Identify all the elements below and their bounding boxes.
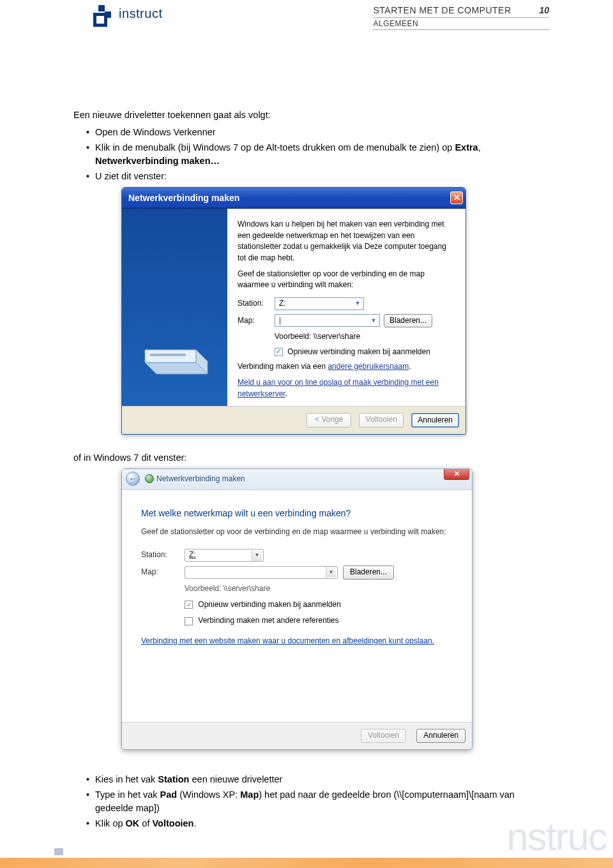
w7-reconnect-label: Opnieuw verbinding maken bij aanmelden xyxy=(198,600,340,609)
xp-via-text: Verbinding maken via een andere gebruike… xyxy=(238,361,455,372)
close-icon[interactable] xyxy=(444,468,469,480)
w7-web-link[interactable]: Verbinding met een website maken waar u … xyxy=(141,636,434,645)
xp-dialog-title: Netwerkverbinding maken xyxy=(128,191,239,204)
w7-heading: Met welke netwerkmap wilt u een verbindi… xyxy=(141,507,453,520)
back-icon[interactable]: ← xyxy=(126,472,140,486)
w7-cancel-button[interactable]: Annuleren xyxy=(416,729,465,742)
xp-desc-1: Windows kan u helpen bij het maken van e… xyxy=(238,219,455,264)
xp-finish-button: Voltooien xyxy=(359,413,404,428)
bullet-type-pad: Type in het vak Pad (Windows XP: Map) he… xyxy=(86,788,546,815)
xp-cancel-button[interactable]: Annuleren xyxy=(411,413,459,428)
chevron-down-icon: ▼ xyxy=(252,550,262,561)
xp-map-label: Map: xyxy=(238,315,275,326)
watermark-text: nstruc xyxy=(506,814,607,859)
w7-dialog-title: Netwerkverbinding maken xyxy=(156,474,245,484)
page-number: 10 xyxy=(539,5,549,15)
svg-rect-3 xyxy=(96,16,104,24)
watermark-square-icon xyxy=(54,848,63,855)
xp-sidebar xyxy=(122,209,227,406)
chevron-down-icon: ▼ xyxy=(369,315,378,326)
bullet-klik-ok: Klik op OK of Voltooien. xyxy=(86,817,546,830)
xp-browse-button[interactable]: Bladeren... xyxy=(384,314,432,327)
svg-rect-7 xyxy=(150,354,186,356)
mid-text: of in Windows 7 dit venster: xyxy=(73,451,546,465)
svg-rect-0 xyxy=(98,5,105,11)
logo: instruct xyxy=(89,4,116,33)
chevron-down-icon: ▼ xyxy=(353,299,362,309)
xp-reconnect-checkbox[interactable]: ✓ xyxy=(275,348,283,356)
w7-browse-button[interactable]: Bladeren... xyxy=(343,565,394,579)
w7-map-combo[interactable]: ▼ xyxy=(185,566,338,579)
logo-text: instruct xyxy=(119,6,162,21)
w7-othercreds-label: Verbinding maken met andere referenties xyxy=(198,616,338,625)
network-globe-icon xyxy=(145,474,154,483)
xp-reconnect-label: Opnieuw verbinding maken bij aanmelden xyxy=(287,347,430,356)
bullet-ziet-venster: U ziet dit venster: xyxy=(86,170,546,183)
w7-dialog: ← Netwerkverbinding maken Met welke netw… xyxy=(121,468,473,749)
w7-map-label: Map: xyxy=(141,567,185,578)
xp-signup-link[interactable]: Meld u aan voor on line opslag of maak v… xyxy=(238,378,439,398)
xp-dialog: Netwerkverbinding maken ✕ Windows xyxy=(121,187,466,435)
xp-drive-combo[interactable]: Z: ▼ xyxy=(275,297,364,310)
w7-drive-combo[interactable]: Z: ▼ xyxy=(185,549,264,562)
w7-example: Voorbeeld: \\server\share xyxy=(185,583,453,594)
chevron-down-icon: ▼ xyxy=(326,567,336,578)
bullet-kies-station: Kies in het vak Station een nieuwe drive… xyxy=(86,773,546,786)
bullet-open-verkenner: Open de Windows Verkenner xyxy=(86,126,546,139)
intro-text: Een nieuwe driveletter toekennen gaat al… xyxy=(73,108,546,122)
logo-mark-icon xyxy=(89,4,116,33)
doc-section-title: STARTEN MET DE COMPUTER xyxy=(373,5,511,15)
w7-reconnect-checkbox[interactable]: ✓ xyxy=(185,601,193,609)
bullet-klik-extra: Klik in de menubalk (bij Windows 7 op de… xyxy=(86,141,546,168)
xp-other-user-link[interactable]: andere gebruikersnaam xyxy=(328,362,409,371)
xp-example: Voorbeeld: \\server\share xyxy=(275,331,455,342)
drive-illustration-icon xyxy=(133,331,210,387)
xp-map-combo[interactable]: | ▼ xyxy=(275,314,380,327)
w7-othercreds-checkbox[interactable] xyxy=(185,617,193,625)
xp-back-button: < Vorige xyxy=(306,413,351,428)
xp-desc-2: Geef de stationsletter op voor de verbin… xyxy=(238,269,455,291)
w7-subtext: Geef de stationsletter op voor de verbin… xyxy=(141,527,453,537)
close-icon[interactable]: ✕ xyxy=(450,191,463,204)
w7-drive-label: Station: xyxy=(141,550,185,560)
w7-finish-button: Voltooien xyxy=(361,729,406,742)
xp-drive-label: Station: xyxy=(238,298,275,309)
footer-bar xyxy=(0,858,613,868)
